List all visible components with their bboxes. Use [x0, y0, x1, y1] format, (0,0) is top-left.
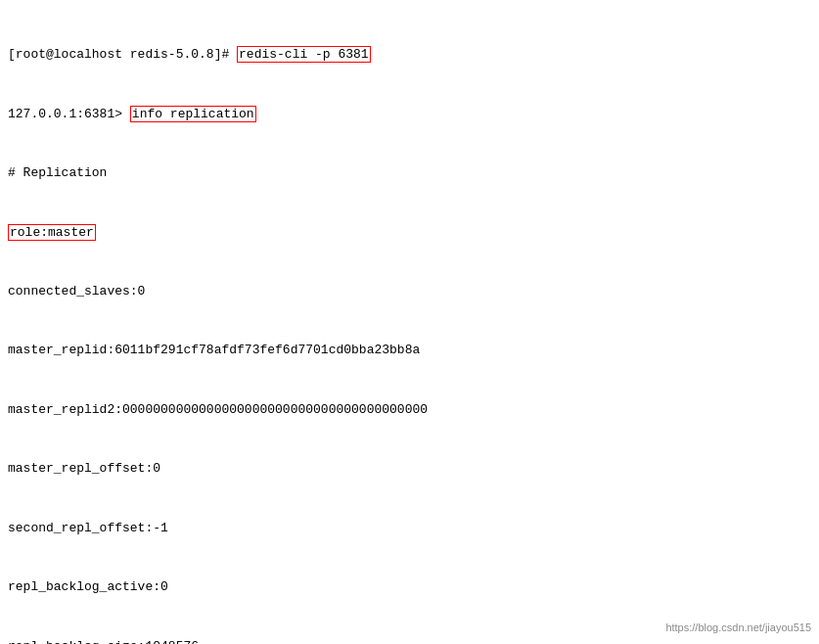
line-6: master_replid:6011bf291cf78afdf73fef6d77… — [8, 341, 811, 360]
prompt-2: 127.0.0.1:6381> — [8, 107, 130, 121]
line-8: master_repl_offset:0 — [8, 459, 811, 479]
line-2: 127.0.0.1:6381> info replication — [8, 105, 811, 124]
watermark: https://blog.csdn.net/jiayou515 — [665, 620, 811, 636]
line-11: repl_backlog_size:1048576 — [8, 637, 811, 645]
line-4: role:master — [8, 223, 811, 243]
line-1: [root@localhost redis-5.0.8]# redis-cli … — [8, 45, 811, 65]
command-highlight-2: info replication — [130, 106, 256, 122]
line-9: second_repl_offset:-1 — [8, 519, 811, 538]
line-10: repl_backlog_active:0 — [8, 577, 811, 597]
line-7: master_replid2:0000000000000000000000000… — [8, 400, 811, 420]
line-5: connected_slaves:0 — [8, 282, 811, 301]
line-3: # Replication — [8, 163, 811, 183]
prompt-text: [root@localhost redis-5.0.8]# — [8, 47, 237, 62]
terminal-output: [root@localhost redis-5.0.8]# redis-cli … — [8, 6, 811, 644]
command-highlight-1: redis-cli -p 6381 — [237, 46, 371, 63]
role-master-highlight: role:master — [8, 224, 96, 241]
